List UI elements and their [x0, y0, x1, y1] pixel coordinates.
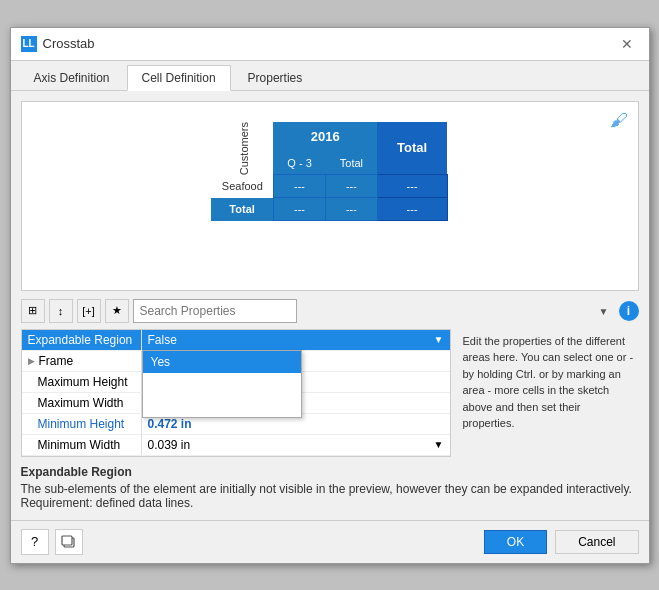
- prop-row-min-width[interactable]: Minimum Width 0.039 in ▼: [22, 435, 450, 456]
- info-button[interactable]: i: [619, 301, 639, 321]
- total-sub-header: Total: [326, 151, 377, 175]
- copy-button[interactable]: [55, 529, 83, 555]
- frame-expand-icon: ▶: [28, 356, 35, 366]
- prop-row-expandable[interactable]: Expandable Region False ▼ Yes No Formula…: [22, 330, 450, 351]
- tab-properties[interactable]: Properties: [233, 65, 318, 90]
- search-wrapper: ▼: [133, 299, 615, 323]
- title-bar-left: LL Crosstab: [21, 36, 95, 52]
- total-total-cell: ---: [326, 198, 377, 221]
- prop-value-min-width: 0.039 in ▼: [142, 435, 450, 455]
- tab-axis-definition[interactable]: Axis Definition: [19, 65, 125, 90]
- copy-icon: [61, 535, 77, 549]
- watermark-icon: 🖌: [610, 110, 628, 131]
- total-grand-cell: ---: [377, 198, 447, 221]
- prop-name-max-height: Maximum Height: [22, 372, 142, 392]
- toolbar-btn-1[interactable]: ⊞: [21, 299, 45, 323]
- total-q-cell: ---: [273, 198, 325, 221]
- help-button[interactable]: ?: [21, 529, 49, 555]
- description-area: Expandable Region The sub-elements of th…: [21, 465, 639, 510]
- option-yes[interactable]: Yes: [143, 351, 301, 373]
- prop-name-max-width: Maximum Width: [22, 393, 142, 413]
- prop-name-min-width: Minimum Width: [22, 435, 142, 455]
- search-input[interactable]: [133, 299, 297, 323]
- app-icon: LL: [21, 36, 37, 52]
- prop-name-min-height: Minimum Height: [22, 414, 142, 434]
- info-text: Edit the properties of the different are…: [463, 335, 634, 430]
- bottom-right-buttons: OK Cancel: [484, 530, 639, 554]
- expandable-dropdown-arrow[interactable]: ▼: [434, 334, 444, 345]
- crosstab-preview: Customers 2016 Total Q - 3 Total Seafood…: [211, 122, 447, 222]
- expandable-dropdown: Yes No Formula...: [142, 350, 302, 418]
- bottom-left-buttons: ?: [21, 529, 83, 555]
- info-panel: Edit the properties of the different are…: [459, 329, 639, 457]
- tab-cell-definition[interactable]: Cell Definition: [127, 65, 231, 91]
- min-width-scroll-down[interactable]: ▼: [434, 439, 444, 450]
- toolbar-btn-plus[interactable]: [+]: [77, 299, 101, 323]
- seafood-q-cell: ---: [273, 175, 325, 198]
- option-formula[interactable]: Formula...: [143, 395, 301, 417]
- cancel-button[interactable]: Cancel: [555, 530, 638, 554]
- option-no[interactable]: No: [143, 373, 301, 395]
- properties-panel: Expandable Region False ▼ Yes No Formula…: [21, 329, 451, 457]
- prop-name-frame: ▶ Frame: [22, 351, 142, 371]
- bottom-bar: ? OK Cancel: [11, 520, 649, 563]
- properties-toolbar: ⊞ ↕ [+] ★ ▼ i: [21, 299, 639, 323]
- toolbar-btn-star[interactable]: ★: [105, 299, 129, 323]
- svg-rect-1: [62, 536, 72, 545]
- title-bar: LL Crosstab ✕: [11, 28, 649, 61]
- total-header: Total: [377, 122, 447, 175]
- close-button[interactable]: ✕: [615, 34, 639, 54]
- seafood-label: Seafood: [211, 175, 273, 198]
- customers-label: Customers: [211, 122, 273, 175]
- prop-value-expandable: False ▼: [142, 330, 450, 350]
- min-width-value: 0.039 in: [148, 438, 191, 452]
- total-row-label: Total: [211, 198, 273, 221]
- dialog-title: Crosstab: [43, 36, 95, 51]
- expandable-value: False: [148, 333, 177, 347]
- prop-name-expandable: Expandable Region: [22, 330, 142, 350]
- tab-bar: Axis Definition Cell Definition Properti…: [11, 61, 649, 91]
- preview-area: 🖌 Customers 2016 Total Q - 3 Total: [21, 101, 639, 291]
- toolbar-btn-2[interactable]: ↕: [49, 299, 73, 323]
- year-header: 2016: [273, 122, 377, 151]
- description-text: The sub-elements of the element are init…: [21, 482, 639, 510]
- q-header: Q - 3: [273, 151, 325, 175]
- description-title: Expandable Region: [21, 465, 639, 479]
- lower-section: Expandable Region False ▼ Yes No Formula…: [21, 329, 639, 457]
- dialog: LL Crosstab ✕ Axis Definition Cell Defin…: [10, 27, 650, 564]
- ok-button[interactable]: OK: [484, 530, 547, 554]
- seafood-total-cell: ---: [326, 175, 377, 198]
- main-content: 🖌 Customers 2016 Total Q - 3 Total: [11, 91, 649, 520]
- search-dropdown-icon: ▼: [599, 305, 609, 316]
- seafood-grand-total-cell: ---: [377, 175, 447, 198]
